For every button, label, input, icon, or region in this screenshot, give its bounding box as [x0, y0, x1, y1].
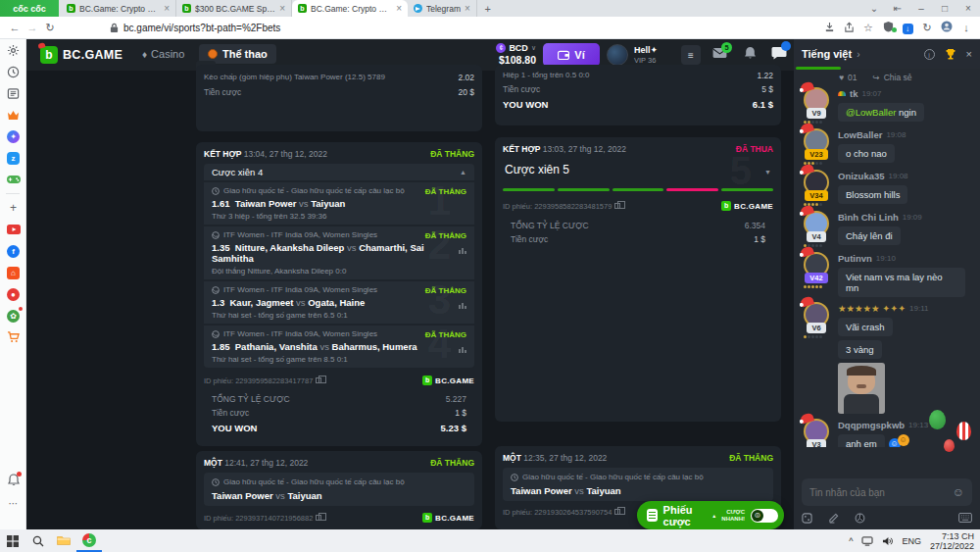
pencil-icon[interactable] — [828, 513, 839, 524]
dice-icon[interactable] — [802, 513, 812, 524]
zalo-icon[interactable]: z — [0, 147, 26, 169]
shopee-icon[interactable]: ⌂ — [0, 262, 26, 283]
trophy-icon[interactable] — [945, 48, 956, 60]
notifications-button[interactable] — [744, 46, 757, 62]
crown-rewards-icon[interactable] — [0, 104, 26, 125]
balance-display[interactable]: ¢ BCD ∨ $108.80 — [485, 43, 536, 66]
taskbar-search-icon[interactable] — [25, 529, 51, 552]
bookmark-star-icon[interactable]: ☆ — [858, 22, 878, 34]
chat-username[interactable]: LowBaller — [838, 129, 882, 140]
expand-icon[interactable]: ▼ — [764, 169, 771, 176]
wallet-button[interactable]: Ví — [543, 43, 600, 67]
network-icon[interactable] — [861, 536, 873, 546]
forward-icon[interactable]: → — [24, 22, 41, 33]
more-options-icon[interactable]: ⋯ — [0, 492, 26, 514]
info-icon[interactable]: i — [924, 49, 935, 60]
chat-bubble[interactable]: Blossom hills — [838, 185, 907, 204]
tab-close-icon[interactable]: × — [465, 3, 470, 14]
chat-gif-image[interactable] — [838, 363, 885, 414]
chat-bubble[interactable]: 3 vàng — [838, 340, 882, 359]
parlay-leg[interactable]: Giao hữu quốc tế - Giao hữu quốc tế cấp … — [204, 182, 474, 225]
parlay-bet-card[interactable]: KẾT HỢP 13:04, 27 thg 12, 2022 ĐÃ THẮNG … — [196, 142, 482, 446]
reload-icon[interactable]: ↻ — [41, 22, 59, 34]
window-minimize-button[interactable]: – — [909, 3, 933, 14]
shield-adblock-icon[interactable] — [878, 21, 898, 34]
collapse-icon[interactable]: ▲ — [460, 169, 466, 176]
add-shortcut-icon[interactable]: + — [0, 197, 26, 219]
sidebar-toggle-icon[interactable]: ⇤ — [886, 3, 909, 14]
quick-bet-toggle[interactable]: ⏼ — [751, 509, 778, 523]
cart-icon[interactable] — [0, 326, 26, 348]
browser-tab[interactable]: bBC.Game: Crypto Casino Gan× — [61, 0, 176, 17]
coccoc-downloader-icon[interactable]: ↓ — [898, 22, 917, 34]
mention[interactable]: @LowBaller — [846, 107, 896, 118]
share-label[interactable]: Chia sẻ — [884, 73, 912, 82]
chat-close-icon[interactable]: × — [966, 48, 972, 60]
start-button[interactable] — [0, 529, 25, 552]
tab-close-icon[interactable]: × — [279, 3, 285, 14]
reaction-emoji-icon[interactable]: ☺ — [898, 434, 909, 446]
betslip-button[interactable]: Phiếu cược ▴ CƯỢCNHANH! ⏼ — [637, 501, 784, 529]
chat-bubble[interactable]: @LowBaller ngin — [838, 103, 924, 122]
clock[interactable]: 7:13 CH27/12/2022 — [930, 531, 974, 551]
url-text[interactable]: bc.game/vi/sports?bt-path=%2Fbets — [123, 23, 280, 33]
chat-bubble[interactable]: o cho nao — [838, 144, 895, 163]
chat-bubble[interactable]: anh em — [838, 434, 885, 447]
chat-bubble[interactable]: Cháy lên đi — [838, 226, 901, 245]
mail-button[interactable]: 5 — [712, 47, 727, 61]
chat-language-selector[interactable]: Tiếng việt › — [802, 48, 860, 60]
user-avatar[interactable] — [607, 44, 628, 66]
share-arrow-icon[interactable]: ↪ — [873, 73, 880, 82]
games-gamepad-icon[interactable] — [0, 169, 26, 190]
parlay-bet-card-lost[interactable]: KẾT HỢP 13:03, 27 thg 12, 2022 ĐÃ THUA C… — [495, 137, 781, 422]
new-tab-button[interactable]: + — [477, 3, 499, 15]
facebook-icon[interactable]: f — [0, 240, 26, 262]
tab-close-icon[interactable]: × — [164, 3, 170, 14]
window-maximize-button[interactable]: □ — [933, 3, 956, 14]
tab-close-icon[interactable]: × — [396, 3, 402, 14]
profile-icon[interactable] — [937, 21, 956, 34]
messenger-icon[interactable]: ✦ — [0, 125, 26, 147]
stats-icon[interactable] — [459, 248, 466, 254]
emoji-smiley-icon[interactable]: ☺ — [953, 485, 964, 499]
news-red-icon[interactable]: ● — [0, 283, 26, 305]
file-explorer-icon[interactable] — [51, 529, 76, 552]
history-icon[interactable] — [0, 61, 26, 82]
chat-input-field[interactable] — [809, 487, 937, 498]
tab-search-icon[interactable]: ⌄ — [862, 3, 886, 14]
browser-tab[interactable]: Telegram× — [408, 0, 477, 17]
chat-username[interactable]: Onizuka35 — [838, 171, 885, 181]
keyboard-icon[interactable] — [958, 513, 972, 523]
bet-card-partial[interactable]: Hiệp 1 - tổng trên 0.5 0:0 1.22 Tiền cượ… — [495, 65, 781, 125]
chat-username[interactable]: Dqqpmgspkwb — [838, 420, 905, 430]
notifications-bell-icon[interactable] — [0, 469, 26, 490]
window-close-button[interactable]: × — [956, 3, 980, 14]
back-icon[interactable]: ← — [6, 22, 24, 33]
copy-icon[interactable] — [316, 515, 321, 521]
chat-bubble[interactable]: Vãi crash — [838, 318, 893, 336]
volume-icon[interactable] — [882, 536, 893, 546]
youtube-icon[interactable] — [0, 219, 26, 240]
downloads-icon[interactable]: ↓ — [956, 22, 976, 33]
language-indicator[interactable]: ENG — [902, 536, 921, 546]
copy-icon[interactable] — [614, 509, 620, 515]
settings-gear-icon[interactable] — [0, 39, 26, 61]
roulette-icon[interactable] — [855, 513, 865, 524]
save-page-icon[interactable] — [819, 22, 839, 34]
copy-icon[interactable] — [316, 377, 321, 383]
site-logo[interactable]: b BC.GAME — [40, 46, 122, 64]
browser-tab[interactable]: b$300 BC.GAME Sports Parlay× — [176, 0, 292, 17]
chat-username[interactable]: tk — [850, 88, 858, 99]
copy-icon[interactable] — [614, 203, 620, 209]
grab-icon[interactable]: ✿ — [0, 305, 26, 326]
parlay-leg[interactable]: ITF Women - ITF India 09A, Women Singles… — [204, 281, 474, 324]
sync-icon[interactable]: ↻ — [917, 22, 937, 34]
stats-icon[interactable] — [459, 347, 466, 353]
chat-username[interactable]: Bình Chi Linh — [838, 212, 899, 223]
parlay-leg[interactable]: ITF Women - ITF India 09A, Women Singles… — [204, 226, 474, 279]
parlay-leg[interactable]: ITF Women - ITF India 09A, Women Singles… — [204, 326, 474, 368]
chat-toggle-button[interactable] — [771, 45, 787, 62]
newsfeed-icon[interactable] — [0, 82, 26, 104]
tray-expand-icon[interactable]: ^ — [849, 536, 853, 546]
share-icon[interactable] — [839, 22, 858, 34]
